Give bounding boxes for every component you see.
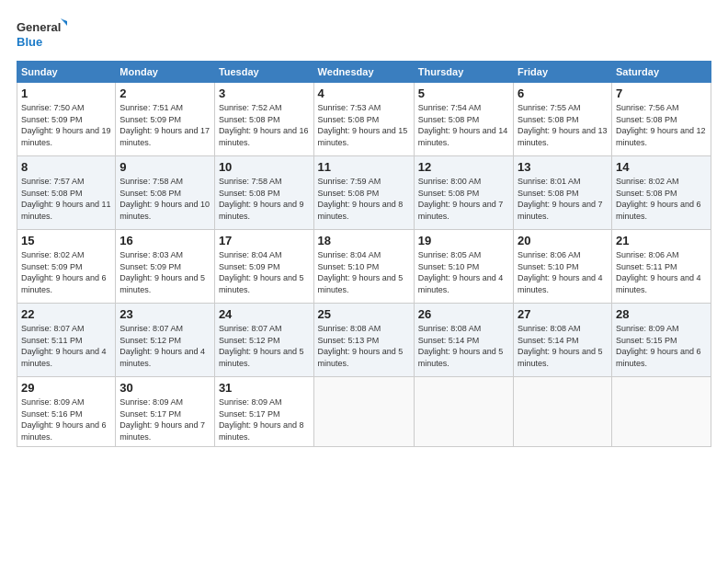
day-cell: 23Sunrise: 8:07 AMSunset: 5:12 PMDayligh… <box>116 304 215 377</box>
day-number: 5 <box>418 86 509 100</box>
week-row-3: 15Sunrise: 8:02 AMSunset: 5:09 PMDayligh… <box>17 230 711 304</box>
col-header-friday: Friday <box>514 62 612 83</box>
day-cell: 21Sunrise: 8:06 AMSunset: 5:11 PMDayligh… <box>611 230 711 304</box>
day-cell: 20Sunrise: 8:06 AMSunset: 5:10 PMDayligh… <box>514 230 612 304</box>
day-number: 21 <box>616 234 707 247</box>
day-info: Sunrise: 8:00 AMSunset: 5:08 PMDaylight:… <box>418 176 509 222</box>
day-number: 8 <box>21 160 111 174</box>
day-info: Sunrise: 8:08 AMSunset: 5:14 PMDaylight:… <box>518 323 608 369</box>
day-cell: 19Sunrise: 8:05 AMSunset: 5:10 PMDayligh… <box>414 230 513 304</box>
day-cell: 17Sunrise: 8:04 AMSunset: 5:09 PMDayligh… <box>214 230 313 304</box>
day-info: Sunrise: 7:52 AMSunset: 5:08 PMDaylight:… <box>219 102 310 148</box>
day-number: 19 <box>418 234 509 247</box>
week-row-1: 1Sunrise: 7:50 AMSunset: 5:09 PMDaylight… <box>17 83 711 156</box>
day-info: Sunrise: 8:03 AMSunset: 5:09 PMDaylight:… <box>119 249 210 295</box>
day-cell: 9Sunrise: 7:58 AMSunset: 5:08 PMDaylight… <box>116 156 215 230</box>
calendar-table: SundayMondayTuesdayWednesdayThursdayFrid… <box>17 61 711 447</box>
day-info: Sunrise: 7:59 AMSunset: 5:08 PMDaylight:… <box>318 176 410 222</box>
header: General Blue <box>17 17 711 52</box>
page: General Blue SundayMondayTuesdayWednesda… <box>0 0 728 456</box>
day-number: 24 <box>219 307 310 321</box>
day-cell: 31Sunrise: 8:09 AMSunset: 5:17 PMDayligh… <box>214 377 313 447</box>
week-row-4: 22Sunrise: 8:07 AMSunset: 5:11 PMDayligh… <box>17 304 711 377</box>
day-info: Sunrise: 7:53 AMSunset: 5:08 PMDaylight:… <box>318 102 410 148</box>
day-info: Sunrise: 8:09 AMSunset: 5:16 PMDaylight:… <box>21 396 111 442</box>
week-row-5: 29Sunrise: 8:09 AMSunset: 5:16 PMDayligh… <box>17 377 711 447</box>
day-cell: 1Sunrise: 7:50 AMSunset: 5:09 PMDaylight… <box>17 83 116 156</box>
day-number: 17 <box>219 234 310 247</box>
day-number: 3 <box>219 86 310 100</box>
col-header-monday: Monday <box>116 62 215 83</box>
day-info: Sunrise: 7:57 AMSunset: 5:08 PMDaylight:… <box>21 176 111 222</box>
day-number: 12 <box>418 160 509 174</box>
day-cell: 29Sunrise: 8:09 AMSunset: 5:16 PMDayligh… <box>17 377 116 447</box>
day-cell <box>313 377 414 447</box>
day-cell: 22Sunrise: 8:07 AMSunset: 5:11 PMDayligh… <box>17 304 116 377</box>
col-header-wednesday: Wednesday <box>313 62 414 83</box>
day-cell: 12Sunrise: 8:00 AMSunset: 5:08 PMDayligh… <box>414 156 513 230</box>
day-cell: 8Sunrise: 7:57 AMSunset: 5:08 PMDaylight… <box>17 156 116 230</box>
day-cell: 3Sunrise: 7:52 AMSunset: 5:08 PMDaylight… <box>214 83 313 156</box>
day-number: 29 <box>21 381 111 395</box>
col-header-tuesday: Tuesday <box>214 62 313 83</box>
day-info: Sunrise: 8:02 AMSunset: 5:08 PMDaylight:… <box>616 176 707 222</box>
day-cell: 4Sunrise: 7:53 AMSunset: 5:08 PMDaylight… <box>313 83 414 156</box>
day-info: Sunrise: 8:07 AMSunset: 5:12 PMDaylight:… <box>119 323 210 369</box>
day-number: 1 <box>21 86 111 100</box>
day-number: 7 <box>616 86 707 100</box>
day-cell <box>611 377 711 447</box>
day-cell: 10Sunrise: 7:58 AMSunset: 5:08 PMDayligh… <box>214 156 313 230</box>
day-cell <box>414 377 513 447</box>
day-cell: 25Sunrise: 8:08 AMSunset: 5:13 PMDayligh… <box>313 304 414 377</box>
day-info: Sunrise: 8:02 AMSunset: 5:09 PMDaylight:… <box>21 249 111 295</box>
svg-text:Blue: Blue <box>17 35 42 49</box>
day-cell: 15Sunrise: 8:02 AMSunset: 5:09 PMDayligh… <box>17 230 116 304</box>
day-cell: 2Sunrise: 7:51 AMSunset: 5:09 PMDaylight… <box>116 83 215 156</box>
day-number: 6 <box>518 86 608 100</box>
day-number: 4 <box>318 86 410 100</box>
day-cell: 5Sunrise: 7:54 AMSunset: 5:08 PMDaylight… <box>414 83 513 156</box>
day-info: Sunrise: 8:09 AMSunset: 5:17 PMDaylight:… <box>219 396 310 442</box>
day-number: 11 <box>318 160 410 174</box>
day-info: Sunrise: 7:58 AMSunset: 5:08 PMDaylight:… <box>219 176 310 222</box>
day-number: 28 <box>616 307 707 321</box>
day-number: 20 <box>518 234 608 247</box>
day-info: Sunrise: 8:04 AMSunset: 5:09 PMDaylight:… <box>219 249 310 295</box>
day-cell: 28Sunrise: 8:09 AMSunset: 5:15 PMDayligh… <box>611 304 711 377</box>
day-info: Sunrise: 8:07 AMSunset: 5:11 PMDaylight:… <box>21 323 111 369</box>
logo-svg: General Blue <box>17 17 67 52</box>
svg-text:General: General <box>17 20 61 34</box>
day-info: Sunrise: 7:54 AMSunset: 5:08 PMDaylight:… <box>418 102 509 148</box>
col-header-thursday: Thursday <box>414 62 513 83</box>
day-cell: 16Sunrise: 8:03 AMSunset: 5:09 PMDayligh… <box>116 230 215 304</box>
day-number: 16 <box>119 234 210 247</box>
day-number: 10 <box>219 160 310 174</box>
day-info: Sunrise: 8:01 AMSunset: 5:08 PMDaylight:… <box>518 176 608 222</box>
day-number: 23 <box>119 307 210 321</box>
day-number: 14 <box>616 160 707 174</box>
week-row-2: 8Sunrise: 7:57 AMSunset: 5:08 PMDaylight… <box>17 156 711 230</box>
day-number: 27 <box>518 307 608 321</box>
day-info: Sunrise: 7:58 AMSunset: 5:08 PMDaylight:… <box>119 176 210 222</box>
day-info: Sunrise: 7:56 AMSunset: 5:08 PMDaylight:… <box>616 102 707 148</box>
day-info: Sunrise: 8:04 AMSunset: 5:10 PMDaylight:… <box>318 249 410 295</box>
logo: General Blue <box>17 17 67 52</box>
day-cell <box>514 377 612 447</box>
day-cell: 13Sunrise: 8:01 AMSunset: 5:08 PMDayligh… <box>514 156 612 230</box>
day-info: Sunrise: 8:05 AMSunset: 5:10 PMDaylight:… <box>418 249 509 295</box>
day-number: 13 <box>518 160 608 174</box>
col-header-saturday: Saturday <box>611 62 711 83</box>
day-info: Sunrise: 8:06 AMSunset: 5:10 PMDaylight:… <box>518 249 608 295</box>
day-cell: 18Sunrise: 8:04 AMSunset: 5:10 PMDayligh… <box>313 230 414 304</box>
day-cell: 24Sunrise: 8:07 AMSunset: 5:12 PMDayligh… <box>214 304 313 377</box>
day-number: 18 <box>318 234 410 247</box>
col-header-sunday: Sunday <box>17 62 116 83</box>
day-cell: 30Sunrise: 8:09 AMSunset: 5:17 PMDayligh… <box>116 377 215 447</box>
day-number: 15 <box>21 234 111 247</box>
day-info: Sunrise: 7:55 AMSunset: 5:08 PMDaylight:… <box>518 102 608 148</box>
day-info: Sunrise: 8:07 AMSunset: 5:12 PMDaylight:… <box>219 323 310 369</box>
calendar-header-row: SundayMondayTuesdayWednesdayThursdayFrid… <box>17 62 711 83</box>
day-info: Sunrise: 8:09 AMSunset: 5:15 PMDaylight:… <box>616 323 707 369</box>
day-number: 26 <box>418 307 509 321</box>
day-cell: 6Sunrise: 7:55 AMSunset: 5:08 PMDaylight… <box>514 83 612 156</box>
